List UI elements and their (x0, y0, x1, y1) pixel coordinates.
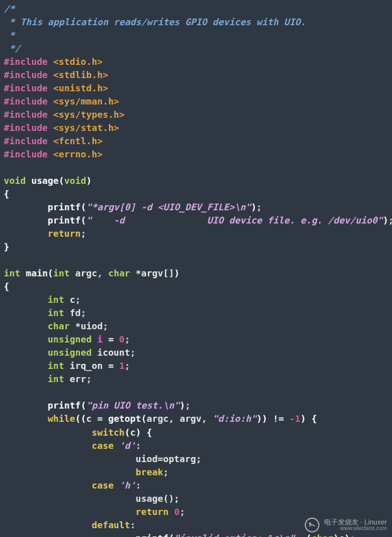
call: usage(); (136, 494, 180, 504)
type-char: char (48, 321, 70, 331)
return-kw: return (136, 507, 169, 517)
printf: printf (48, 400, 81, 410)
include-kw: #include (4, 123, 48, 133)
include-hdr: <stdlib.h> (53, 70, 108, 80)
fn-main: main (26, 268, 48, 278)
include-hdr: <sys/types.h> (53, 110, 125, 120)
string: "d:io:h" (213, 414, 257, 424)
type-void: void (64, 176, 86, 186)
watermark: 电子发烧友 · Linuxer www.elecfans.com (304, 517, 387, 533)
type-unsigned: unsigned (48, 348, 92, 358)
include-kw: #include (4, 110, 48, 120)
type-char: char (108, 268, 130, 278)
fn-usage: usage (31, 176, 59, 186)
return-kw: return (48, 229, 81, 239)
string: "*argv[0] -d <UIO_DEV_FILE>\n" (86, 202, 251, 212)
type-int: int (48, 308, 64, 318)
code-editor: /* * This application reads/writes GPIO … (4, 3, 388, 537)
type-int: int (53, 268, 70, 278)
include-hdr: <sys/mman.h> (53, 96, 120, 106)
param: *argv[] (136, 268, 174, 278)
include-kw: #include (4, 136, 48, 146)
num: 0 (119, 334, 125, 344)
comment: */ (4, 43, 20, 54)
printf: printf (48, 202, 81, 212)
string: "pin UIO test.\n" (86, 400, 179, 410)
type-int: int (48, 295, 64, 305)
var: irq_on (70, 361, 103, 371)
type-int: int (4, 268, 20, 278)
comment: /* (4, 4, 14, 14)
include-hdr: <unistd.h> (53, 83, 108, 93)
char: 'h' (119, 480, 135, 490)
include-kw: #include (4, 57, 48, 67)
while-kw: while (48, 414, 76, 424)
var: i (97, 334, 103, 344)
type-int: int (48, 374, 64, 384)
string: " -d UIO device file. e.g. /dev/uio0" (86, 215, 383, 225)
printf: printf (136, 533, 169, 537)
var: err (70, 374, 86, 384)
var: *uiod (76, 321, 103, 331)
string: "invalid option: %c\n" (174, 533, 295, 537)
break-kw: break (136, 467, 164, 477)
case-kw: case (92, 480, 114, 490)
type-unsigned: unsigned (48, 334, 92, 344)
case-kw: case (92, 441, 114, 451)
stmt: uiod=optarg; (136, 454, 202, 464)
cast: char (311, 533, 333, 537)
var: c (70, 295, 76, 305)
svg-point-1 (309, 523, 310, 524)
getopt: getopt (108, 414, 141, 424)
include-hdr: <stdio.h> (53, 57, 103, 67)
watermark-url: www.elecfans.com (324, 526, 387, 532)
include-hdr: <fcntl.h> (53, 136, 103, 146)
comment: * (4, 30, 14, 40)
param: argc (76, 268, 98, 278)
char: 'd' (119, 441, 135, 451)
printf: printf (48, 215, 81, 225)
include-kw: #include (4, 149, 48, 159)
type-void: void (4, 176, 26, 186)
var: icount (97, 348, 130, 358)
include-hdr: <sys/stat.h> (53, 123, 120, 133)
var: fd (70, 308, 81, 318)
num: 1 (119, 361, 125, 371)
type-int: int (48, 361, 64, 371)
switch-kw: switch (92, 427, 125, 438)
include-kw: #include (4, 83, 48, 93)
default-kw: default (92, 520, 130, 530)
comment: * This application reads/writes GPIO dev… (4, 17, 306, 27)
include-kw: #include (4, 96, 48, 106)
include-hdr: <errno.h> (53, 149, 103, 159)
include-kw: #include (4, 70, 48, 80)
watermark-icon (304, 517, 320, 533)
